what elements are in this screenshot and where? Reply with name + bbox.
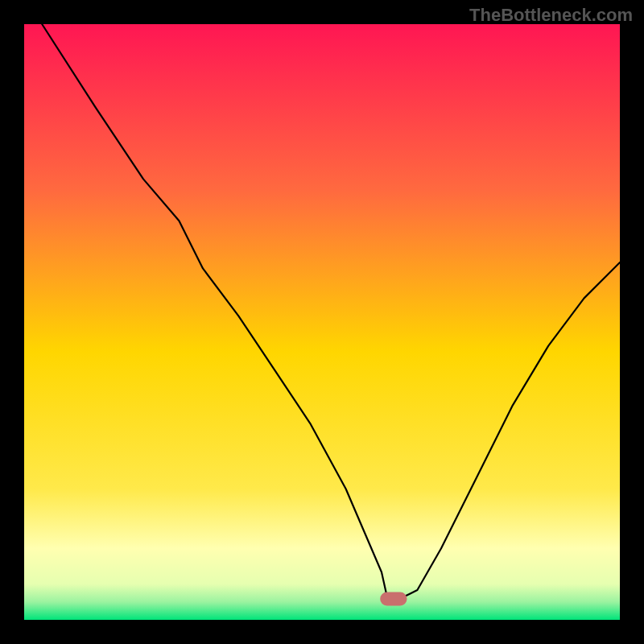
plot-area [24,24,620,620]
plot-background [24,24,620,620]
optimum-marker [380,592,407,606]
chart-container: TheBottleneck.com [0,0,644,644]
attribution-text: TheBottleneck.com [469,5,633,26]
chart-svg [0,0,644,644]
